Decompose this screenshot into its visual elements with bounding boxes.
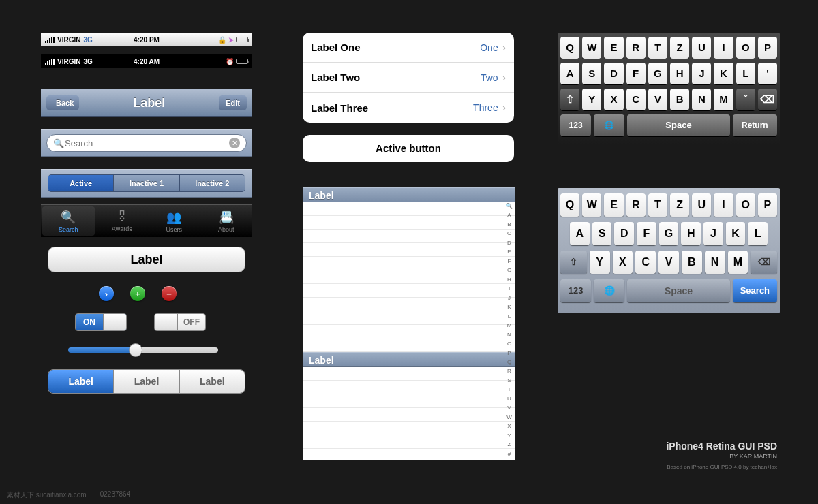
key-h[interactable]: H [670, 63, 689, 84]
key-x[interactable]: X [613, 251, 633, 274]
key-m[interactable]: M [714, 89, 733, 110]
key-r[interactable]: R [626, 37, 646, 59]
index-letter[interactable]: Z [505, 442, 513, 447]
key-d[interactable]: D [604, 63, 623, 84]
index-letter[interactable]: E [505, 249, 513, 255]
segment[interactable]: Label [114, 370, 179, 393]
key-t[interactable]: T [648, 37, 667, 59]
key-a[interactable]: A [560, 63, 579, 84]
index-letter[interactable]: R [505, 368, 513, 374]
table-section[interactable] [303, 202, 515, 352]
key-o[interactable]: O [736, 37, 755, 59]
tab-search[interactable]: 🔍Search [42, 206, 95, 236]
key-f[interactable]: F [626, 63, 646, 84]
key-u[interactable]: U [692, 37, 711, 59]
index-letter[interactable]: I [505, 286, 513, 292]
index-letter[interactable]: K [505, 304, 513, 310]
table-row[interactable]: Label Two Two › [303, 63, 514, 93]
key-x[interactable]: X [604, 89, 623, 110]
index-letter[interactable]: O [505, 341, 513, 347]
index-letter[interactable]: N [505, 332, 513, 338]
key-o[interactable]: O [736, 193, 755, 217]
index-letter[interactable]: J [505, 296, 513, 301]
segment[interactable]: Label [180, 370, 245, 393]
section-index[interactable]: 🔍ABCDEFGHIJKLMNOPQRSTUVWXYZ# [505, 204, 513, 457]
key-⌫[interactable]: ⌫ [751, 251, 777, 274]
segment-selected[interactable]: Label [48, 370, 114, 393]
index-letter[interactable]: B [505, 222, 513, 227]
key-j[interactable]: J [692, 63, 711, 84]
tab-awards[interactable]: 🎖Awards [96, 205, 149, 237]
segment-inactive-1[interactable]: Inactive 1 [114, 175, 179, 191]
search-input[interactable] [46, 134, 247, 152]
key-s[interactable]: S [592, 222, 612, 245]
delete-button[interactable]: − [162, 286, 177, 301]
key-r[interactable]: R [626, 193, 646, 217]
key-i[interactable]: I [714, 193, 733, 217]
key-f[interactable]: F [637, 222, 656, 245]
key-y[interactable]: Y [582, 89, 601, 110]
index-letter[interactable]: W [505, 415, 513, 420]
table-row[interactable]: Label Three Three › [303, 93, 514, 123]
index-letter[interactable]: T [505, 387, 513, 392]
index-letter[interactable]: V [505, 405, 513, 411]
key-w[interactable]: W [582, 193, 601, 217]
index-letter[interactable]: 🔍 [505, 204, 513, 209]
key-space[interactable]: Space [627, 279, 729, 302]
key-n[interactable]: N [705, 251, 725, 274]
key-ˇ[interactable]: ˇ [736, 89, 755, 110]
label-button[interactable]: Label [48, 247, 245, 272]
toggle-off[interactable]: OFF [154, 313, 206, 331]
tab-users[interactable]: 👥Users [148, 205, 200, 237]
index-letter[interactable]: S [505, 378, 513, 383]
key-space[interactable]: Space [627, 114, 729, 136]
table-section[interactable] [303, 367, 515, 460]
key-'[interactable]: ' [758, 63, 777, 84]
key-l[interactable]: L [736, 63, 755, 84]
key-e[interactable]: E [604, 193, 623, 217]
index-letter[interactable]: G [505, 268, 513, 273]
key-m[interactable]: M [728, 251, 748, 274]
key-globe[interactable]: 🌐 [594, 279, 624, 302]
index-letter[interactable]: # [505, 452, 513, 457]
key-c[interactable]: C [635, 251, 656, 274]
key-v[interactable]: V [648, 89, 667, 110]
add-button[interactable]: + [130, 286, 145, 301]
edit-button[interactable]: Edit [219, 95, 247, 110]
key-y[interactable]: Y [590, 251, 610, 274]
index-letter[interactable]: X [505, 424, 513, 429]
slider-thumb[interactable] [129, 343, 142, 357]
key-k[interactable]: K [726, 222, 746, 245]
slider[interactable] [68, 343, 218, 357]
key-⌫[interactable]: ⌫ [758, 89, 777, 110]
index-letter[interactable]: D [505, 240, 513, 246]
key-e[interactable]: E [604, 37, 623, 59]
index-letter[interactable]: L [505, 314, 513, 319]
index-letter[interactable]: M [505, 323, 513, 328]
back-button[interactable]: Back [46, 95, 79, 110]
index-letter[interactable]: U [505, 396, 513, 402]
clear-icon[interactable]: ✕ [229, 138, 240, 148]
key-123[interactable]: 123 [560, 114, 591, 136]
active-button[interactable]: Active button [303, 135, 514, 162]
index-letter[interactable]: H [505, 277, 513, 283]
key-b[interactable]: B [682, 251, 702, 274]
segment-inactive-2[interactable]: Inactive 2 [180, 175, 245, 191]
key-b[interactable]: B [670, 89, 689, 110]
index-letter[interactable]: P [505, 351, 513, 356]
key-k[interactable]: K [714, 63, 733, 84]
key-g[interactable]: G [659, 222, 679, 245]
key-p[interactable]: P [758, 193, 777, 217]
key-return[interactable]: Return [733, 114, 777, 136]
key-t[interactable]: T [648, 193, 667, 217]
key-z[interactable]: Z [670, 193, 689, 217]
segment-active[interactable]: Active [48, 175, 114, 191]
key-z[interactable]: Z [670, 37, 689, 59]
key-q[interactable]: Q [560, 37, 579, 59]
index-letter[interactable]: F [505, 259, 513, 264]
index-letter[interactable]: Q [505, 360, 513, 365]
index-letter[interactable]: Y [505, 433, 513, 439]
key-g[interactable]: G [648, 63, 667, 84]
toggle-on[interactable]: ON [75, 313, 127, 331]
key-globe[interactable]: 🌐 [594, 114, 624, 136]
